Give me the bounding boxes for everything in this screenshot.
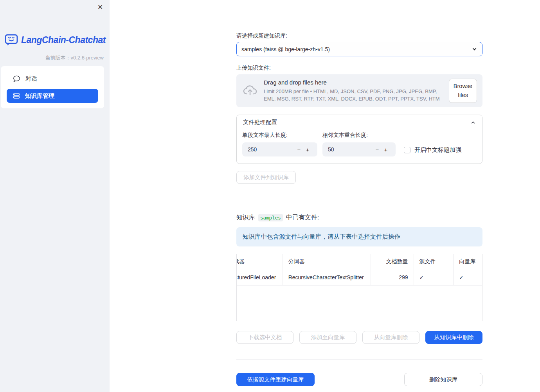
cell-vector-check: ✓ bbox=[453, 269, 482, 285]
chunk-size-value: 250 bbox=[248, 146, 295, 153]
column-header-splitter[interactable]: 分词器 bbox=[283, 254, 371, 269]
kb-select-value: samples (faiss @ bge-large-zh-v1.5) bbox=[241, 46, 472, 52]
chat-icon bbox=[13, 75, 20, 83]
download-selected-button[interactable]: 下载选中文档 bbox=[236, 331, 293, 344]
plus-button[interactable]: + bbox=[382, 146, 390, 153]
kb-select[interactable]: samples (faiss @ bge-large-zh-v1.5) bbox=[236, 42, 482, 56]
add-to-vector-store-button[interactable]: 添加至向量库 bbox=[299, 331, 356, 344]
chevron-up-icon bbox=[470, 120, 476, 125]
column-header-docs-count[interactable]: 文档数量 bbox=[371, 254, 414, 269]
hdd-stack-icon bbox=[13, 92, 20, 99]
sidebar-menu: 对话 知识库管理 bbox=[1, 66, 104, 108]
dropzone-title: Drag and drop files here bbox=[264, 79, 443, 86]
sidebar: ✕ LangChain-Chatchat 当前版本：v0.2.6-preview… bbox=[0, 0, 110, 392]
sidebar-item-knowledge-base[interactable]: 知识库管理 bbox=[7, 89, 98, 103]
expander-body: 单段文本最大长度: 250 − + 相邻文本重合长度: 50 − + 开启中文标… bbox=[237, 129, 482, 164]
overlap-size-field: 相邻文本重合长度: 50 − + bbox=[322, 132, 396, 156]
kb-actions-row: 依据源文件重建向量库 删除知识库 bbox=[236, 373, 482, 386]
chunk-size-input[interactable]: 250 − + bbox=[242, 142, 317, 156]
dropzone-instructions: Drag and drop files here Limit 200MB per… bbox=[264, 79, 443, 103]
app-logo: LangChain-Chatchat bbox=[5, 34, 106, 46]
info-banner: 知识库中包含源文件与向量库，请从下表中选择文件后操作 bbox=[236, 227, 482, 246]
app-title: LangChain-Chatchat bbox=[21, 35, 106, 45]
plus-button[interactable]: + bbox=[303, 146, 312, 153]
kb-name-code: samples bbox=[258, 214, 283, 221]
overlap-size-input[interactable]: 50 − + bbox=[322, 142, 396, 156]
browse-files-button[interactable]: Browse files bbox=[449, 79, 477, 103]
cell-docs-count: 299 bbox=[371, 269, 414, 285]
chunk-size-field: 单段文本最大长度: 250 − + bbox=[242, 132, 317, 156]
cell-loader: UnstructuredFileLoader bbox=[237, 269, 283, 285]
minus-button[interactable]: − bbox=[295, 146, 303, 153]
file-actions-row: 下载选中文档 添加至向量库 从向量库删除 从知识库中删除 bbox=[236, 331, 482, 344]
column-header-vector-store[interactable]: 向量库 bbox=[453, 254, 482, 269]
overlap-size-label: 相邻文本重合长度: bbox=[322, 132, 396, 139]
divider bbox=[236, 360, 482, 360]
files-table: 文档加载器 分词器 文档数量 源文件 向量库 UnstructuredFileL… bbox=[236, 254, 482, 321]
delete-from-kb-button[interactable]: 从知识库中删除 bbox=[425, 331, 482, 344]
chunk-size-label: 单段文本最大长度: bbox=[242, 132, 317, 139]
cloud-upload-icon bbox=[243, 84, 257, 97]
remove-from-vector-store-button[interactable]: 从向量库删除 bbox=[362, 331, 419, 344]
close-icon[interactable]: ✕ bbox=[95, 2, 105, 12]
sidebar-item-dialogue[interactable]: 对话 bbox=[7, 72, 98, 86]
file-dropzone[interactable]: Drag and drop files here Limit 200MB per… bbox=[236, 74, 482, 107]
version-value: v0.2.6-preview bbox=[70, 55, 104, 61]
version-label: 当前版本： bbox=[45, 55, 70, 61]
kb-files-heading: 知识库 samples 中已有文件: bbox=[236, 214, 482, 222]
column-header-source-file[interactable]: 源文件 bbox=[414, 254, 454, 269]
minus-button[interactable]: − bbox=[373, 146, 382, 153]
zh-title-enhance-checkbox[interactable] bbox=[404, 147, 410, 153]
table-header: 文档加载器 分词器 文档数量 源文件 向量库 bbox=[237, 254, 482, 269]
version-info: 当前版本：v0.2.6-preview bbox=[45, 54, 104, 61]
sidebar-item-label: 对话 bbox=[25, 75, 37, 83]
upload-label: 上传知识文件: bbox=[236, 65, 482, 72]
file-config-expander: 文件处理配置 单段文本最大长度: 250 − + 相邻文本重合长度: 50 bbox=[236, 115, 482, 164]
zh-title-enhance-field: 开启中文标题加强 bbox=[404, 146, 461, 154]
kb-files-suffix: 中已有文件: bbox=[286, 214, 319, 222]
kb-files-prefix: 知识库 bbox=[236, 214, 255, 222]
cell-splitter: RecursiveCharacterTextSplitter bbox=[283, 269, 371, 285]
kb-select-label: 请选择或新建知识库: bbox=[236, 32, 482, 40]
divider bbox=[236, 200, 482, 200]
add-files-button[interactable]: 添加文件到知识库 bbox=[236, 171, 296, 184]
table-row[interactable]: UnstructuredFileLoader RecursiveCharacte… bbox=[237, 269, 482, 286]
rebuild-vector-store-button[interactable]: 依据源文件重建向量库 bbox=[236, 373, 315, 386]
logo-chat-icon bbox=[5, 34, 18, 46]
expander-header[interactable]: 文件处理配置 bbox=[237, 115, 482, 129]
zh-title-enhance-label: 开启中文标题加强 bbox=[414, 146, 461, 154]
dropzone-limit-hint: Limit 200MB per file • HTML, MD, JSON, C… bbox=[264, 88, 443, 103]
info-text: 知识库中包含源文件与向量库，请从下表中选择文件后操作 bbox=[243, 233, 400, 241]
delete-kb-button[interactable]: 删除知识库 bbox=[404, 373, 482, 386]
main-content: 请选择或新建知识库: samples (faiss @ bge-large-zh… bbox=[236, 0, 482, 386]
overlap-size-value: 50 bbox=[328, 146, 373, 153]
sidebar-item-label: 知识库管理 bbox=[25, 92, 54, 100]
chevron-down-icon bbox=[472, 46, 477, 52]
cell-source-check: ✓ bbox=[414, 269, 454, 285]
column-header-loader[interactable]: 文档加载器 bbox=[237, 254, 283, 269]
expander-title: 文件处理配置 bbox=[243, 119, 277, 126]
